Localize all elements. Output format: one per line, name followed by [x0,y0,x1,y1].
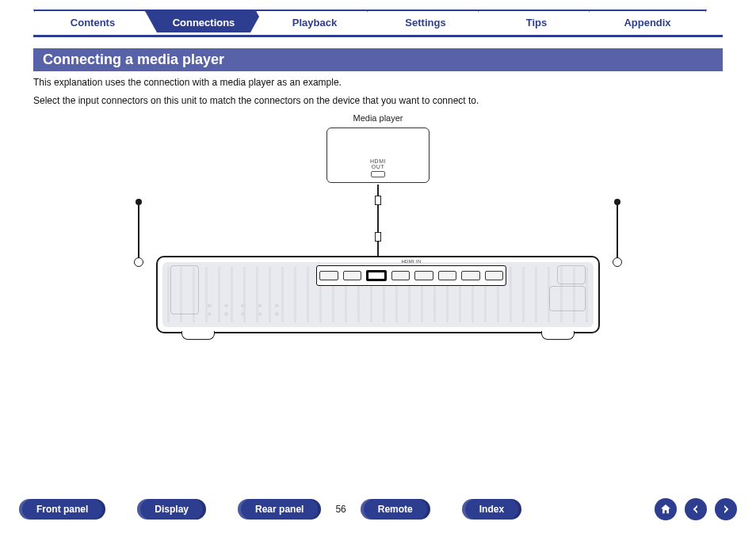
page-number: 56 [335,504,346,515]
hdmi-port-icon [438,271,457,280]
home-icon[interactable] [655,498,677,520]
rear-panel-button[interactable]: Rear panel [238,499,321,520]
hdmi-port-icon [414,271,433,280]
index-button[interactable]: Index [462,499,521,520]
hdmi-strip-title: HDMI IN [317,259,506,264]
hdmi-port-icon [319,271,338,280]
bottom-nav: Front panel Display Rear panel 56 Remote… [19,498,737,520]
page-nav-icons [655,498,737,520]
tab-contents[interactable]: Contents [33,10,152,32]
hdmi-port-icon [343,271,362,280]
section-title: Connecting a media player [33,48,723,71]
next-page-icon[interactable] [715,498,737,520]
section-body-line2: Select the input connectors on this unit… [33,94,723,108]
manual-page: Contents Connections Playback Settings T… [0,0,756,533]
tab-tips[interactable]: Tips [477,10,596,32]
receiver-foot-icon [541,331,575,340]
receiver-foot-icon [181,331,215,340]
hdmi-out-label-2: OUT [372,164,384,169]
display-button[interactable]: Display [137,499,206,520]
prev-page-icon[interactable] [685,498,707,520]
antenna-icon [613,202,622,267]
hdmi-port-icon [461,271,480,280]
hdmi-out-label-1: HDMI [370,158,386,164]
hdmi-port-icon [391,271,410,280]
tab-appendix[interactable]: Appendix [588,10,707,32]
remote-button[interactable]: Remote [361,499,430,520]
tab-settings[interactable]: Settings [366,10,485,32]
hdmi-port-selected-icon [366,270,387,281]
hdmi-cable-segment [377,185,379,196]
tab-playback[interactable]: Playback [255,10,374,32]
connection-diagram: Media player HDMI OUT HDMI IN [93,113,663,367]
media-player-box: HDMI OUT [326,128,430,183]
hdmi-plug-icon [375,232,381,242]
tab-connections[interactable]: Connections [144,10,263,32]
rear-panel-aux-block [557,265,586,284]
ac-in-icon [549,286,586,311]
hdmi-cable-segment [377,205,379,232]
hdmi-out-port-icon [371,171,385,177]
front-panel-button[interactable]: Front panel [19,499,105,520]
hdmi-plug-icon [375,196,381,205]
rear-panel-aux-block [170,265,199,314]
antenna-icon [134,202,143,267]
section-body-line1: This explanation uses the connection wit… [33,76,723,89]
receiver-rear-panel: HDMI IN [156,256,600,333]
media-player-label: Media player [353,113,403,123]
top-tabs: Contents Connections Playback Settings T… [33,10,723,37]
hdmi-input-strip: HDMI IN [316,265,506,286]
hdmi-port-icon [485,271,504,280]
